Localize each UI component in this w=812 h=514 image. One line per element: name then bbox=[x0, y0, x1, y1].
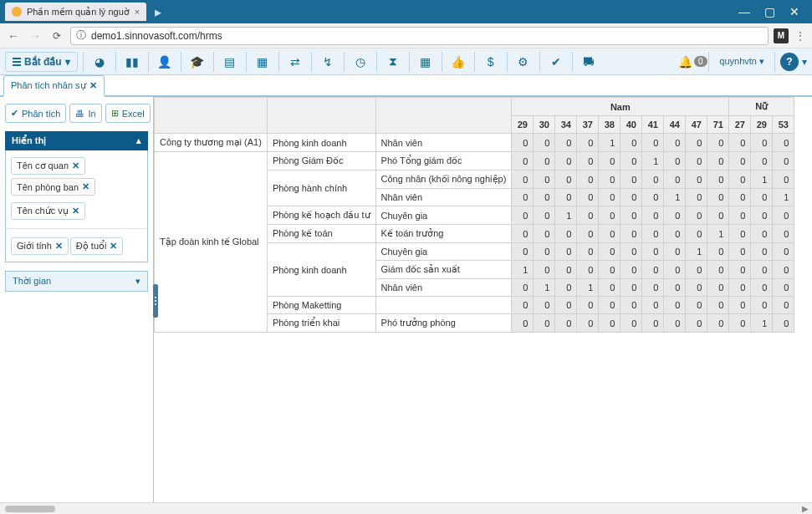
value-cell: 0 bbox=[577, 189, 599, 206]
dept-cell: Phòng kinh doanh bbox=[267, 243, 375, 297]
value-cell: 0 bbox=[707, 314, 729, 333]
value-cell: 1 bbox=[773, 189, 794, 206]
chip-label: Tên cơ quan bbox=[17, 160, 69, 171]
minimize-button[interactable]: — bbox=[732, 5, 757, 18]
age-header: 44 bbox=[664, 116, 686, 134]
display-panel-header[interactable]: Hiển thị ▴ bbox=[5, 131, 148, 150]
value-cell: 0 bbox=[664, 279, 686, 297]
value-cell: 0 bbox=[773, 243, 794, 261]
url-input[interactable]: ⓘ demo1.sinnovasoft.com/hrms bbox=[70, 27, 769, 45]
close-icon[interactable]: ✕ bbox=[72, 206, 79, 216]
value-cell: 0 bbox=[599, 189, 620, 206]
value-cell: 0 bbox=[555, 261, 577, 279]
card-icon[interactable]: ▤ bbox=[219, 51, 241, 73]
value-cell: 0 bbox=[577, 297, 599, 314]
filter-chip[interactable]: Tên chức vụ✕ bbox=[11, 202, 85, 220]
truck-icon[interactable]: ⛟ bbox=[578, 51, 600, 73]
check-icon[interactable]: ✔ bbox=[545, 51, 567, 73]
back-button[interactable]: ← bbox=[5, 29, 22, 43]
reload-button[interactable]: ⟳ bbox=[49, 30, 65, 42]
dept-cell: Phòng triển khai bbox=[267, 314, 375, 333]
maximize-button[interactable]: ▢ bbox=[757, 5, 782, 18]
sidebar-drag-handle[interactable] bbox=[153, 284, 158, 318]
browser-menu-icon[interactable]: ⋮ bbox=[794, 30, 807, 42]
notifications-button[interactable]: 🔔0 bbox=[682, 51, 703, 73]
age-header: 37 bbox=[577, 116, 599, 134]
time-panel-header[interactable]: Thời gian ▾ bbox=[5, 271, 148, 292]
value-cell: 0 bbox=[729, 297, 751, 314]
user-menu[interactable]: quynhvtn ▾ bbox=[714, 56, 769, 67]
grid-icon[interactable]: ▦ bbox=[252, 51, 273, 73]
chart-icon[interactable]: ▮▮ bbox=[121, 51, 143, 73]
close-window-button[interactable]: ✕ bbox=[782, 5, 807, 18]
filter-chip[interactable]: Tên phòng ban✕ bbox=[11, 178, 95, 196]
group-header-male: Nam bbox=[512, 98, 729, 116]
close-icon[interactable]: ✕ bbox=[89, 80, 97, 91]
dashboard-icon[interactable]: ◕ bbox=[89, 51, 110, 73]
hourglass-icon[interactable]: ⧗ bbox=[382, 51, 404, 73]
table-icon[interactable]: ▦ bbox=[415, 51, 437, 73]
extension-badge[interactable]: M bbox=[774, 28, 789, 43]
analyze-button[interactable]: ✔Phân tích bbox=[5, 104, 66, 123]
value-cell: 0 bbox=[686, 189, 707, 206]
close-icon[interactable]: ✕ bbox=[110, 241, 117, 252]
scrollbar-thumb[interactable] bbox=[5, 506, 55, 512]
age-header: 47 bbox=[686, 116, 707, 134]
site-info-icon[interactable]: ⓘ bbox=[76, 28, 86, 43]
refresh-icon[interactable]: ↯ bbox=[317, 51, 339, 73]
clock-icon[interactable]: ◷ bbox=[350, 51, 371, 73]
value-cell: 0 bbox=[751, 134, 773, 152]
value-cell: 0 bbox=[773, 297, 794, 314]
close-icon[interactable]: ✕ bbox=[82, 181, 89, 192]
start-menu-button[interactable]: Bắt đầu ▾ bbox=[5, 52, 78, 72]
filter-chip[interactable]: Giới tính✕ bbox=[11, 237, 69, 255]
excel-button[interactable]: ⊞Excel bbox=[105, 104, 151, 123]
value-cell: 0 bbox=[512, 279, 534, 297]
value-cell: 0 bbox=[686, 314, 707, 333]
chevron-down-icon: ▾ bbox=[802, 56, 807, 68]
table-row: Công ty thương mại (A1)Phòng kinh doanhN… bbox=[155, 134, 794, 152]
excel-icon: ⊞ bbox=[111, 108, 119, 119]
hamburger-icon bbox=[13, 58, 21, 66]
horizontal-scrollbar[interactable]: ▶ bbox=[0, 502, 812, 514]
value-cell: 0 bbox=[534, 297, 555, 314]
help-button[interactable]: ? bbox=[780, 53, 799, 71]
browser-addressbar: ← → ⟳ ⓘ demo1.sinnovasoft.com/hrms M ⋮ bbox=[0, 23, 812, 48]
swap-icon[interactable]: ⇄ bbox=[284, 51, 306, 73]
print-button[interactable]: 🖶In bbox=[69, 104, 101, 123]
dollar-icon[interactable]: $ bbox=[480, 51, 502, 73]
browser-tab[interactable]: Phần mềm quản lý nguờ × bbox=[5, 3, 146, 21]
tab-analysis[interactable]: Phân tích nhân sự ✕ bbox=[3, 75, 105, 97]
value-cell: 0 bbox=[599, 261, 620, 279]
graduation-icon[interactable]: 🎓 bbox=[186, 51, 208, 73]
close-icon[interactable]: ✕ bbox=[72, 160, 79, 171]
value-cell: 0 bbox=[512, 189, 534, 206]
value-cell: 0 bbox=[555, 314, 577, 333]
display-panel-body: Tên cơ quan✕Tên phòng ban✕ Tên chức vụ✕ … bbox=[5, 150, 148, 262]
value-cell: 0 bbox=[512, 152, 534, 170]
new-tab-button[interactable]: ▸ bbox=[155, 4, 161, 20]
panel-title: Hiển thị bbox=[12, 135, 46, 146]
value-cell: 0 bbox=[642, 297, 664, 314]
forward-button[interactable]: → bbox=[27, 29, 43, 43]
scroll-right-arrow[interactable]: ▶ bbox=[802, 504, 809, 513]
main-area: ✔Phân tích 🖶In ⊞Excel Hiển thị ▴ Tên cơ … bbox=[0, 97, 812, 502]
filter-chip[interactable]: Độ tuổi✕ bbox=[70, 237, 124, 255]
user-gear-icon[interactable]: ⚙ bbox=[513, 51, 534, 73]
title-cell: Chuyên gia bbox=[375, 243, 512, 261]
value-cell: 0 bbox=[729, 243, 751, 261]
age-header: 27 bbox=[729, 116, 751, 134]
close-icon[interactable]: × bbox=[135, 7, 140, 17]
value-cell: 0 bbox=[751, 152, 773, 170]
value-cell: 0 bbox=[751, 225, 773, 243]
value-cell: 1 bbox=[577, 279, 599, 297]
thumbs-icon[interactable]: 👍 bbox=[447, 51, 469, 73]
content-area: Nam Nữ 29303437384041444771272953 Công t… bbox=[154, 97, 812, 502]
value-cell: 0 bbox=[512, 243, 534, 261]
filter-chip[interactable]: Tên cơ quan✕ bbox=[11, 157, 85, 175]
value-cell: 0 bbox=[751, 261, 773, 279]
user-icon[interactable]: 👤 bbox=[154, 51, 176, 73]
close-icon[interactable]: ✕ bbox=[55, 241, 63, 252]
value-cell: 0 bbox=[773, 206, 794, 225]
value-cell: 0 bbox=[686, 297, 707, 314]
